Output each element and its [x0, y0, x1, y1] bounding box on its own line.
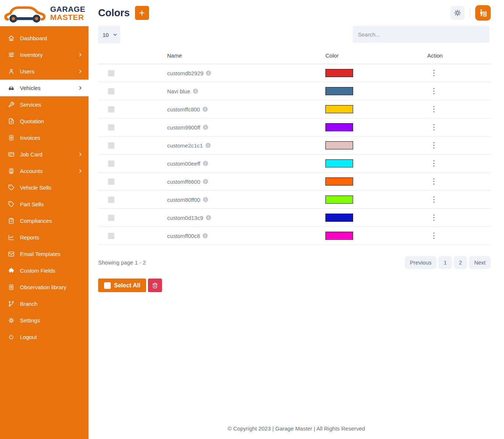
chevron-right-icon [78, 52, 83, 57]
row-checkbox[interactable] [108, 215, 114, 221]
row-checkbox[interactable] [108, 124, 114, 131]
row-actions-menu-button[interactable] [430, 159, 438, 168]
sidebar-item-label: Dashboard [20, 35, 47, 41]
sidebar-item-label: Services [20, 101, 41, 108]
kebab-menu-icon [433, 124, 435, 131]
sidebar-item-email-templates[interactable]: Email Templates [0, 246, 89, 262]
row-actions-menu-button[interactable] [430, 104, 438, 114]
sidebar-item-job-card[interactable]: Job Card [0, 146, 89, 163]
row-checkbox[interactable] [108, 160, 114, 167]
row-actions-menu-button[interactable] [430, 141, 438, 150]
page-2-button[interactable]: 2 [454, 256, 467, 269]
main-content: Colors + 10 [89, 0, 504, 439]
sidebar-item-custom-fields[interactable]: Custom Fields [0, 262, 89, 279]
gear-icon [454, 9, 461, 17]
table-row: custome2c1c1 [98, 136, 491, 155]
row-actions-menu-button[interactable] [430, 213, 438, 222]
sidebar-item-branch[interactable]: Branch [0, 295, 89, 312]
account-button[interactable] [475, 5, 491, 21]
sidebar-item-invoices[interactable]: Invoices [0, 129, 89, 146]
chevron-right-icon [78, 152, 83, 157]
kebab-menu-icon [433, 106, 435, 113]
table-row: custom9900ff [98, 118, 491, 136]
info-icon[interactable] [203, 197, 208, 202]
sidebar-item-label: Branch [20, 301, 38, 307]
table-footer: Showing page 1 - 2 Previous 1 2 Next [98, 256, 491, 269]
info-icon[interactable] [203, 125, 208, 130]
sidebar-item-vehicle-sells[interactable]: Vehicle Sells [0, 179, 89, 196]
row-actions-menu-button[interactable] [430, 177, 438, 186]
sidebar-item-label: Reports [20, 234, 39, 241]
color-swatch [325, 123, 353, 131]
info-icon[interactable] [203, 107, 208, 112]
page-size-select[interactable]: 10 [98, 26, 120, 44]
next-page-button[interactable]: Next [469, 256, 491, 269]
sidebar-item-services[interactable]: Services [0, 96, 89, 113]
users-icon [8, 68, 14, 75]
select-all-checkbox[interactable] [104, 282, 111, 289]
row-actions-menu-button[interactable] [430, 86, 438, 96]
select-all-button[interactable]: Select All [98, 279, 146, 292]
table-row: custom00eeff [98, 155, 491, 173]
car-icon [8, 85, 14, 91]
info-icon[interactable] [203, 233, 208, 238]
sidebar-item-quotation[interactable]: Quotation [0, 113, 89, 129]
calculator-icon [8, 168, 14, 174]
sidebar-item-dashboard[interactable]: Dashboard [0, 30, 89, 46]
kebab-menu-icon [433, 70, 435, 76]
table-header-row: Name Color Action [98, 49, 491, 64]
colors-table-wrap: Name Color Action customdb2929 Navi bl [98, 49, 491, 245]
row-checkbox[interactable] [108, 88, 114, 94]
brand-name: GARAGE MASTER [50, 5, 85, 21]
row-checkbox[interactable] [108, 70, 114, 76]
chevron-right-icon [78, 69, 83, 74]
page-1-button[interactable]: 1 [438, 256, 452, 269]
info-icon[interactable] [203, 179, 208, 184]
search-input[interactable] [353, 26, 489, 43]
sidebar-item-accounts[interactable]: Accounts [0, 163, 89, 179]
sidebar-item-reports[interactable]: Reports [0, 229, 89, 246]
info-icon[interactable] [206, 70, 211, 76]
row-checkbox[interactable] [108, 179, 114, 185]
previous-page-button[interactable]: Previous [405, 256, 436, 269]
color-swatch [325, 69, 353, 77]
tag-icon [8, 184, 14, 191]
sidebar-item-vehicles[interactable]: Vehicles [0, 80, 89, 96]
row-actions-menu-button[interactable] [430, 68, 438, 78]
sidebar-item-settings[interactable]: Settings [0, 312, 89, 329]
row-checkbox[interactable] [108, 106, 114, 113]
info-icon[interactable] [203, 161, 208, 166]
row-actions-menu-button[interactable] [430, 122, 438, 132]
row-checkbox[interactable] [108, 197, 114, 203]
row-checkbox[interactable] [108, 233, 114, 239]
color-name: customff6600 [167, 179, 200, 185]
sidebar-item-users[interactable]: Users [0, 63, 89, 80]
sidebar-item-logout[interactable]: Logout [0, 329, 89, 345]
info-icon[interactable] [193, 89, 198, 94]
sidebar-item-observation-library[interactable]: Observation library [0, 279, 89, 295]
add-color-button[interactable]: + [135, 6, 149, 20]
info-icon[interactable] [206, 143, 211, 148]
info-icon[interactable] [206, 215, 211, 220]
row-actions-menu-button[interactable] [430, 231, 438, 241]
sidebar-item-part-sells[interactable]: Part Sells [0, 196, 89, 212]
sidebar-item-compliances[interactable]: Compliances [0, 212, 89, 229]
inventory-icon [8, 52, 14, 58]
color-swatch [325, 87, 353, 95]
color-name: customdb2929 [167, 70, 203, 76]
sidebar-item-label: Quotation [20, 118, 44, 124]
sidebar-item-label: Part Sells [20, 201, 44, 207]
row-checkbox[interactable] [108, 142, 114, 149]
colors-table: Name Color Action customdb2929 Navi bl [98, 49, 491, 245]
sidebar-item-label: Settings [20, 317, 40, 324]
delete-selected-button[interactable] [148, 279, 162, 292]
sidebar-item-label: Custom Fields [20, 267, 55, 274]
settings-button[interactable] [451, 6, 465, 20]
sidebar-item-inventory[interactable]: Inventory [0, 46, 89, 63]
row-actions-menu-button[interactable] [430, 195, 438, 204]
sidebar-item-label: Email Templates [20, 251, 61, 257]
wrench-icon [8, 101, 14, 108]
topbar-actions [451, 5, 491, 21]
brand-logo[interactable]: GARAGE MASTER [0, 0, 89, 26]
home-icon [8, 35, 14, 41]
